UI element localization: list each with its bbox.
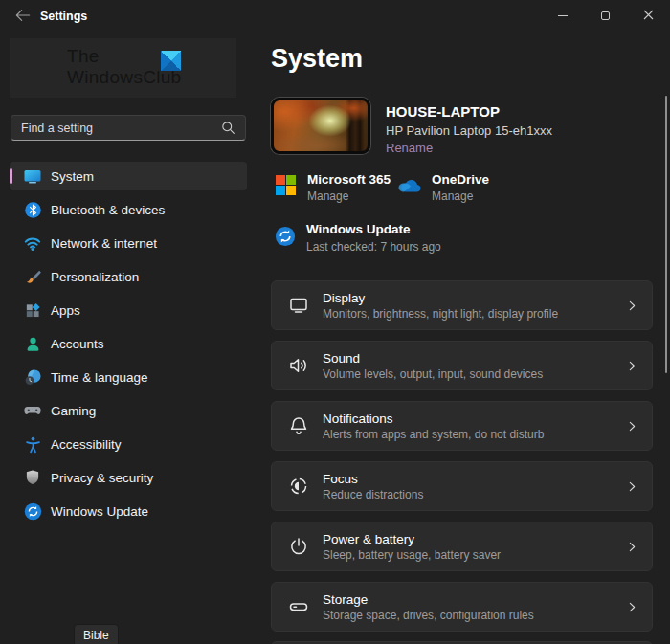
card-subtitle: Sleep, battery usage, battery saver [323, 548, 501, 562]
sidebar-item-apps[interactable]: Apps [10, 296, 247, 324]
person-icon [23, 334, 42, 353]
card-subtitle: Monitors, brightness, night light, displ… [323, 307, 558, 321]
card-subtitle: Volume levels, output, input, sound devi… [323, 367, 543, 381]
bluetooth-icon [23, 200, 42, 219]
device-name: HOUSE-LAPTOP [386, 103, 500, 120]
titlebar: Settings [0, 0, 670, 34]
back-button[interactable] [11, 8, 34, 27]
sidebar-item-label: Privacy & security [51, 471, 153, 485]
card-storage[interactable]: Storage Storage space, drives, configura… [271, 582, 653, 632]
microsoft-logo-icon [276, 175, 297, 196]
quick-link-title: OneDrive [432, 172, 489, 187]
sidebar-item-windows-update[interactable]: Windows Update [10, 497, 247, 525]
window-title: Settings [40, 10, 87, 23]
quick-link-title: Microsoft 365 [307, 172, 391, 187]
sidebar-item-label: Network & internet [51, 236, 157, 251]
page-title: System [271, 44, 363, 74]
card-focus[interactable]: Focus Reduce distractions [271, 461, 653, 511]
onedrive-cloud-icon [397, 177, 422, 194]
close-button[interactable] [627, 0, 670, 31]
sidebar-item-accessibility[interactable]: Accessibility [10, 430, 247, 458]
display-icon [287, 294, 310, 317]
back-arrow-icon [15, 9, 31, 26]
windowsclub-logo: The WindowsClub [10, 38, 236, 98]
card-title: Display [323, 291, 558, 305]
sidebar-item-label: Gaming [51, 404, 96, 418]
onedrive-manage-link[interactable]: Manage [432, 189, 473, 203]
minimize-icon [558, 15, 568, 16]
maximize-button[interactable] [584, 0, 627, 31]
card-title: Storage [323, 592, 534, 607]
device-wallpaper-thumbnail [271, 98, 370, 154]
sidebar-item-privacy-security[interactable]: Privacy & security [10, 463, 247, 492]
device-model: HP Pavilion Laptop 15-eh1xxx [386, 123, 552, 138]
tooltip-label: Bible [83, 629, 109, 642]
card-title: Sound [323, 351, 543, 366]
card-subtitle: Storage space, drives, configuration rul… [323, 609, 534, 622]
focus-moon-icon [287, 475, 310, 498]
sidebar-item-label: Apps [51, 303, 80, 318]
storage-drive-icon [287, 595, 310, 618]
search-icon[interactable] [221, 121, 235, 135]
wifi-icon [23, 233, 42, 253]
chevron-right-icon [626, 360, 638, 372]
card-subtitle: Alerts from apps and system, do not dist… [323, 428, 544, 441]
sidebar-item-system[interactable]: System [10, 162, 247, 190]
sidebar-nav: System Bluetooth & devices Network & int… [10, 162, 247, 530]
chevron-right-icon [626, 601, 638, 613]
chevron-right-icon [626, 541, 638, 553]
card-power-battery[interactable]: Power & battery Sleep, battery usage, ba… [271, 522, 653, 571]
card-display[interactable]: Display Monitors, brightness, night ligh… [271, 280, 653, 330]
windows-update-title: Windows Update [306, 222, 411, 236]
microsoft365-manage-link[interactable]: Manage [307, 189, 348, 203]
update-sync-icon [275, 226, 296, 247]
shield-icon [23, 468, 42, 487]
sidebar-item-label: System [51, 169, 94, 184]
sidebar-item-gaming[interactable]: Gaming [10, 396, 247, 425]
sidebar-item-accounts[interactable]: Accounts [10, 329, 247, 358]
sidebar-item-label: Windows Update [51, 504, 148, 519]
selection-accent-pill [10, 168, 12, 184]
scrollbar-thumb[interactable] [665, 96, 667, 373]
sidebar-item-label: Accessibility [51, 437, 122, 452]
sidebar-item-personalization[interactable]: Personalization [10, 262, 247, 291]
card-notifications[interactable]: Notifications Alerts from apps and syste… [271, 401, 653, 451]
search-input[interactable] [11, 122, 221, 135]
speaker-icon [287, 354, 310, 377]
sidebar-item-label: Personalization [51, 270, 139, 284]
accessibility-person-icon [23, 434, 42, 454]
clock-globe-icon [23, 367, 42, 387]
sidebar-item-bluetooth-devices[interactable]: Bluetooth & devices [10, 195, 247, 224]
card-title: Focus [323, 472, 423, 486]
gamepad-icon [23, 401, 42, 420]
card-sound[interactable]: Sound Volume levels, output, input, soun… [271, 341, 653, 390]
windows-update-status: Last checked: 7 hours ago [306, 240, 441, 254]
card-title: Notifications [323, 411, 544, 426]
sidebar-item-time-language[interactable]: Time & language [10, 363, 247, 391]
sidebar-item-network-internet[interactable]: Network & internet [10, 229, 247, 257]
update-sync-icon [23, 501, 42, 521]
paintbrush-icon [23, 267, 42, 286]
maximize-icon [601, 11, 610, 20]
card-subtitle: Reduce distractions [323, 488, 423, 501]
sidebar-item-label: Time & language [51, 370, 148, 385]
sidebar-item-label: Accounts [51, 337, 104, 351]
windowsclub-diamond-icon [161, 51, 181, 71]
search-box[interactable] [11, 115, 246, 141]
power-icon [287, 535, 310, 558]
card-title: Power & battery [323, 532, 501, 546]
system-monitor-icon [23, 167, 42, 186]
taskbar-tooltip: Bible [74, 624, 119, 644]
apps-grid-icon [23, 300, 42, 320]
chevron-right-icon [626, 420, 638, 433]
bell-icon [287, 414, 310, 437]
chevron-right-icon [626, 300, 638, 312]
close-icon [643, 7, 654, 24]
chevron-right-icon [626, 480, 638, 493]
sidebar-item-label: Bluetooth & devices [51, 203, 165, 217]
minimize-button[interactable] [541, 0, 584, 31]
rename-link[interactable]: Rename [386, 141, 433, 155]
